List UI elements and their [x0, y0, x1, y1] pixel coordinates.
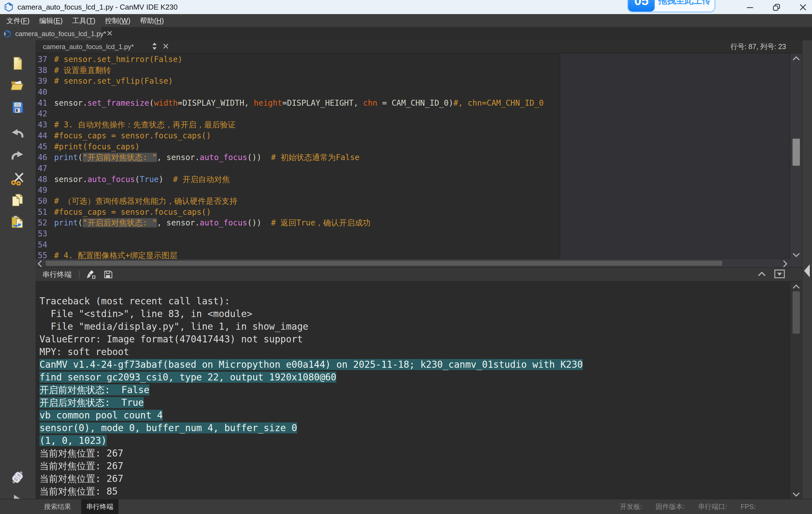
canmv-file-icon — [3, 30, 11, 38]
menu-bar: 文件(F)编辑(E)工具(T)控制(W)帮助(H) — [0, 14, 812, 27]
collapse-terminal-icon[interactable] — [757, 271, 766, 278]
terminal-line: 当前对焦位置: 267 — [39, 460, 789, 472]
terminal-line: ValueError: Image format(470417443) not … — [39, 333, 789, 345]
expand-panel-icon[interactable] — [804, 264, 810, 277]
line-number: 43 — [35, 119, 51, 130]
code-line-41: 41sensor.set_framesize(width=DISPLAY_WID… — [35, 98, 560, 109]
code-line-54: 54 — [35, 240, 560, 250]
code-line-45: 45#print(focus_caps) — [35, 142, 560, 152]
line-number: 54 — [35, 240, 51, 250]
line-number: 47 — [35, 163, 51, 174]
code-line-43: 43# 3. 自动对焦操作：先查状态，再开启，最后验证 — [35, 119, 560, 130]
window-tab-bar: camera_auto_focus_lcd_1.py* — [0, 27, 812, 40]
code-line-37: 37# sensor.set_hmirror(False) — [35, 54, 560, 65]
terminal-line: 开启前对焦状态: False — [39, 384, 789, 396]
code-line-51: 51#focus_caps = sensor.focus_caps() — [35, 207, 560, 218]
editor-scroll-thumb[interactable] — [792, 139, 800, 166]
terminal-line: 当前对焦位置: 85 — [39, 485, 789, 498]
menu-item-tools[interactable]: 工具(T) — [72, 16, 95, 25]
save-log-icon[interactable] — [103, 269, 113, 280]
code-line-53: 53 — [35, 229, 560, 240]
terminal-line: CanMV v1.4-24-gf73abaf(based on Micropyt… — [39, 358, 789, 371]
editor-horizontal-scrollbar[interactable] — [35, 259, 789, 267]
editor-vertical-scrollbar[interactable] — [789, 54, 802, 259]
terminal-scroll-up-icon[interactable] — [792, 284, 801, 290]
scroll-right-icon[interactable] — [782, 260, 788, 268]
badge-text: 拖拽至此上传 — [655, 0, 715, 6]
terminal-line: sensor(0), mode 0, buffer_num 4, buffer_… — [39, 422, 789, 434]
window-tab-active[interactable]: camera_auto_focus_lcd_1.py* — [0, 27, 102, 40]
scrollbar-corner — [789, 259, 802, 267]
undo-icon[interactable] — [9, 126, 25, 142]
canmv-logo-icon — [4, 2, 13, 12]
copy-icon[interactable] — [9, 192, 25, 208]
terminal-vertical-scrollbar[interactable] — [789, 282, 802, 499]
code-line-42: 42 — [35, 109, 560, 119]
badge-number: 05 — [628, 0, 655, 11]
status-fps: FPS: — [741, 503, 756, 511]
bottom-status-bar: 搜索结果串行终端 开发板:固件版本:串行端口:FPS: — [0, 499, 812, 514]
terminal-line: File "<stdin>", line 83, in <module> — [39, 307, 789, 320]
terminal-scroll-down-icon[interactable] — [792, 491, 801, 497]
terminal-line: (1, 0, 1023) — [39, 434, 789, 447]
terminal-line: File "media/display.py", line 1, in show… — [39, 320, 789, 333]
status-serial-port: 串行端口: — [698, 502, 727, 511]
editor-hscroll-thumb[interactable] — [46, 261, 722, 266]
editor-empty-panel — [560, 54, 789, 259]
line-number: 50 — [35, 196, 51, 207]
line-number: 41 — [35, 98, 51, 109]
bottom-tab-search-results[interactable]: 搜索结果 — [39, 500, 76, 514]
terminal-line: 开启后对焦状态: True — [39, 396, 789, 409]
upload-overlay-badge[interactable]: 05 拖拽至此上传 — [627, 0, 715, 12]
line-number: 51 — [35, 207, 51, 218]
terminal-line: 当前对焦位置: 267 — [39, 447, 789, 460]
code-line-40: 40 — [35, 87, 560, 98]
document-header: camera_auto_focus_lcd_1.py* 行号: 87, 列号: … — [35, 40, 812, 54]
connect-icon[interactable] — [9, 470, 25, 485]
line-number: 55 — [35, 250, 51, 259]
paste-icon[interactable] — [9, 214, 25, 230]
code-editor[interactable]: 37# sensor.set_hmirror(False)38# 设置垂直翻转3… — [35, 54, 560, 259]
redo-icon[interactable] — [9, 148, 25, 164]
status-board: 开发板: — [620, 502, 642, 511]
menu-item-file[interactable]: 文件(F) — [6, 16, 30, 25]
menu-item-help[interactable]: 帮助(H) — [140, 16, 164, 25]
line-number: 44 — [35, 130, 51, 142]
scroll-up-icon[interactable] — [792, 56, 801, 62]
line-number: 53 — [35, 229, 51, 240]
line-number: 38 — [35, 65, 51, 76]
document-close-icon[interactable] — [162, 42, 170, 51]
minimize-button[interactable] — [745, 2, 755, 12]
clear-terminal-icon[interactable] — [86, 269, 96, 280]
terminal-header: 串行终端 — [35, 267, 802, 282]
save-file-icon[interactable] — [9, 99, 25, 115]
divider — [79, 271, 80, 278]
document-selector-icon[interactable] — [151, 41, 157, 52]
code-line-38: 38# 设置垂直翻转 — [35, 65, 560, 76]
line-number: 48 — [35, 174, 51, 185]
code-line-49: 49 — [35, 185, 560, 196]
bottom-tab-serial-terminal[interactable]: 串行终端 — [81, 500, 118, 514]
close-button[interactable] — [798, 2, 808, 12]
canmv-ide-window: camera_auto_focus_lcd_1.py - CanMV IDE K… — [0, 0, 812, 514]
menu-item-control[interactable]: 控制(W) — [105, 16, 130, 25]
code-line-46: 46print("开启前对焦状态: ", sensor.auto_focus()… — [35, 152, 560, 163]
terminal-output[interactable]: Traceback (most recent call last): File … — [35, 282, 789, 499]
open-file-icon[interactable] — [9, 78, 25, 93]
scroll-down-icon[interactable] — [792, 251, 801, 258]
cut-icon[interactable] — [9, 170, 25, 186]
line-number: 45 — [35, 142, 51, 152]
restore-button[interactable] — [772, 2, 782, 12]
tab-close-icon[interactable] — [106, 30, 113, 38]
terminal-line: Traceback (most recent call last): — [39, 295, 789, 307]
detach-terminal-icon[interactable] — [774, 269, 785, 279]
menu-item-edit[interactable]: 编辑(E) — [39, 16, 63, 25]
code-line-55: 55# 4. 配置图像格式+绑定显示图层 — [35, 250, 560, 259]
code-line-52: 52print("开启后对焦状态: ", sensor.auto_focus()… — [35, 217, 560, 229]
document-tab-label[interactable]: camera_auto_focus_lcd_1.py* — [43, 43, 134, 51]
terminal-scroll-thumb[interactable] — [792, 292, 800, 334]
new-file-icon[interactable] — [9, 56, 25, 71]
terminal-line: find sensor gc2093_csi0, type 22, output… — [39, 371, 789, 384]
scroll-left-icon[interactable] — [37, 260, 44, 268]
code-line-48: 48sensor.auto_focus(True) # 开启自动对焦 — [35, 174, 560, 185]
